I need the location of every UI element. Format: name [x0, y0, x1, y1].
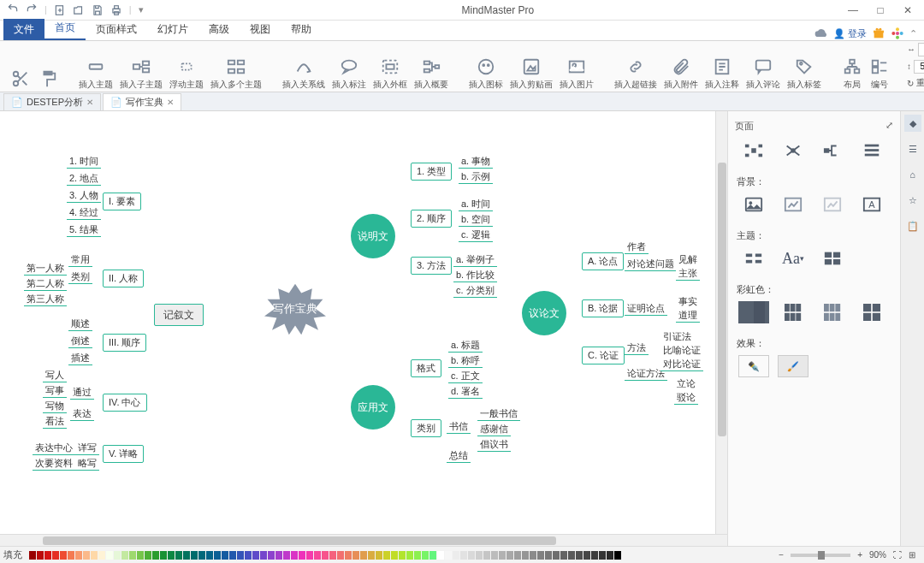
mindmap-node[interactable]: b. 空间 [459, 212, 493, 227]
floating-topic-button[interactable]: 浮动主题 [166, 43, 207, 91]
sidetab-outline[interactable]: ☰ [904, 140, 921, 157]
color-swatch[interactable] [229, 551, 236, 560]
horizontal-scrollbar[interactable] [0, 534, 727, 546]
mindmap-node[interactable]: 主张 [676, 266, 700, 281]
mindmap-node[interactable]: 2. 地点 [67, 171, 101, 186]
mindmap-node[interactable]: 见解 [676, 252, 700, 267]
color-swatch[interactable] [137, 551, 144, 560]
mindmap-node[interactable]: 总结 [447, 448, 471, 463]
comment-button[interactable]: 插入评论 [743, 43, 784, 91]
layout-preset-2[interactable] [778, 139, 808, 162]
mindmap-node[interactable]: a. 标题 [448, 338, 483, 353]
mindmap-node[interactable]: 第一人称 [24, 261, 67, 276]
collapse-ribbon-icon[interactable]: ⌃ [909, 28, 917, 39]
menu-tab-view[interactable]: 视图 [240, 19, 281, 40]
color-swatch[interactable] [283, 551, 290, 560]
open-icon[interactable] [73, 4, 85, 16]
mindmap-node[interactable]: 议论文 [522, 291, 566, 335]
color-swatch[interactable] [168, 551, 175, 560]
mindmap-node[interactable]: 写作宝典 [257, 282, 334, 334]
mindmap-node[interactable]: 证明论点 [625, 301, 667, 316]
mindmap-node[interactable]: 说明文 [351, 214, 395, 258]
number-button[interactable]: 编号 [866, 43, 893, 91]
effect-brush[interactable]: 🖌️ [778, 355, 808, 377]
bg-preset-3[interactable] [817, 193, 848, 216]
layout-preset-3[interactable] [817, 139, 848, 162]
mindmap-node[interactable]: B. 论据 [582, 299, 624, 317]
zoom-in-icon[interactable]: + [857, 550, 862, 560]
color-swatch[interactable] [222, 551, 228, 560]
scissors-button[interactable] [7, 43, 34, 91]
boundary-button[interactable]: 插入外框 [370, 43, 411, 91]
mindmap-node[interactable]: 4. 经过 [67, 205, 101, 220]
color-swatch[interactable] [237, 551, 244, 560]
color-swatch[interactable] [460, 551, 467, 560]
mindmap-node[interactable]: 作者 [625, 240, 649, 254]
color-swatch[interactable] [476, 551, 483, 560]
color-swatch[interactable] [491, 551, 498, 560]
color-swatch[interactable] [329, 551, 336, 560]
color-swatch[interactable] [160, 551, 167, 560]
mindmap-node[interactable]: a. 事物 [459, 154, 493, 169]
image-button[interactable]: 插入图片 [556, 43, 597, 91]
mindmap-node[interactable]: 顺述 [68, 317, 92, 331]
mindmap-node[interactable]: 道理 [676, 308, 700, 323]
zoom-out-icon[interactable]: − [779, 550, 784, 560]
minimize-button[interactable]: — [845, 4, 861, 16]
print-icon[interactable] [110, 4, 122, 16]
color-swatch[interactable] [391, 551, 398, 560]
mindmap-node[interactable]: 写事 [43, 383, 67, 398]
color-swatch[interactable] [352, 551, 359, 560]
mindmap-node[interactable]: b. 示例 [459, 169, 493, 184]
color-swatch[interactable] [145, 551, 151, 560]
color-swatch[interactable] [429, 551, 436, 560]
color-swatch[interactable] [553, 551, 560, 560]
color-swatch[interactable] [506, 551, 513, 560]
color-swatch[interactable] [37, 551, 44, 560]
mindmap-node[interactable]: 3. 方法 [411, 257, 452, 275]
color-swatch[interactable] [91, 551, 98, 560]
color-swatch[interactable] [537, 551, 544, 560]
mindmap-node[interactable]: 格式 [411, 359, 441, 377]
mindmap-node[interactable]: c. 正文 [448, 369, 483, 383]
mindmap-node[interactable]: 应用文 [351, 385, 395, 430]
mindmap-node[interactable]: 5. 结果 [67, 222, 101, 237]
mindmap-node[interactable]: V. 详略 [103, 445, 144, 463]
mindmap-node[interactable]: 驳论 [674, 390, 698, 405]
login-link[interactable]: 👤 登录 [833, 27, 867, 40]
color-swatch[interactable] [337, 551, 344, 560]
width-spinner[interactable]: ↔ ▴▾ [907, 43, 924, 57]
color-swatch[interactable] [198, 551, 205, 560]
mindmap-node[interactable]: 方法 [625, 341, 649, 355]
mindmap-node[interactable]: 3. 人物 [67, 188, 101, 203]
color-swatch[interactable] [60, 551, 67, 560]
color-swatch[interactable] [252, 551, 259, 560]
color-swatch[interactable] [530, 551, 536, 560]
mindmap-node[interactable]: 表达中心 [33, 441, 75, 455]
color-swatch[interactable] [599, 551, 606, 560]
mindmap-node[interactable]: 第三人称 [24, 292, 67, 306]
attach-button[interactable]: 插入附件 [660, 43, 702, 91]
clipart-button[interactable]: 插入剪贴画 [506, 43, 556, 91]
color-swatch[interactable] [514, 551, 521, 560]
color-swatch[interactable] [383, 551, 390, 560]
color-swatch[interactable] [314, 551, 321, 560]
sidetab-icons[interactable]: ⌂ [904, 166, 921, 183]
close-button[interactable]: ✕ [900, 4, 915, 16]
color-swatch[interactable] [44, 551, 51, 560]
mindmap-node[interactable]: A. 论点 [582, 252, 624, 270]
layout-button[interactable]: 布局 [838, 43, 866, 91]
mindmap-node[interactable]: 记叙文 [154, 304, 204, 326]
color-swatch[interactable] [614, 551, 621, 560]
menu-tab-advanced[interactable]: 高级 [198, 19, 240, 40]
theme-color-button[interactable] [817, 247, 848, 270]
color-swatch[interactable] [52, 551, 59, 560]
mindmap-node[interactable]: 引证法 [660, 329, 694, 344]
color-swatch[interactable] [583, 551, 590, 560]
menu-tab-slides[interactable]: 幻灯片 [147, 19, 198, 40]
color-swatch[interactable] [560, 551, 567, 560]
color-swatch[interactable] [483, 551, 490, 560]
mindmap-node[interactable]: 事实 [676, 294, 700, 309]
color-swatch[interactable] [206, 551, 213, 560]
theme-font-button[interactable]: Aa▾ [778, 247, 808, 270]
